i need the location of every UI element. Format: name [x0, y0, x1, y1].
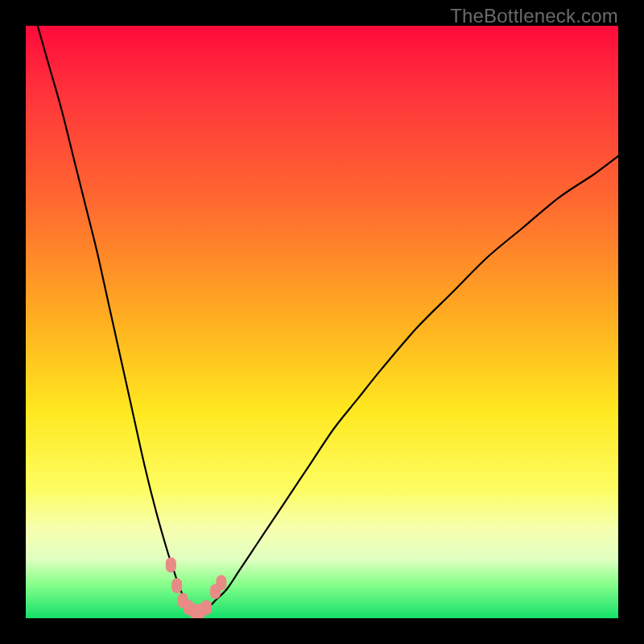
marker-dot	[217, 576, 226, 590]
right-branch-curve	[204, 156, 618, 609]
curve-layer	[26, 26, 618, 618]
left-branch-curve	[38, 26, 192, 609]
marker-layer	[166, 558, 226, 618]
marker-dot	[166, 558, 175, 572]
watermark-text: TheBottleneck.com	[450, 5, 618, 27]
marker-dot	[201, 601, 211, 615]
marker-dot	[172, 579, 182, 593]
plot-area	[26, 26, 618, 618]
chart-frame: TheBottleneck.com	[0, 0, 644, 644]
